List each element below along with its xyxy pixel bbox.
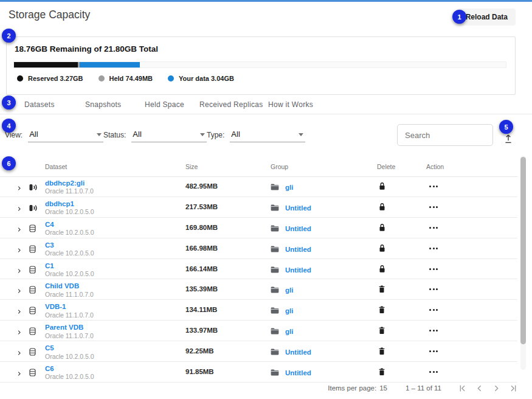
expand-row-button[interactable] <box>16 245 23 252</box>
table-scrollbar-track[interactable] <box>520 156 526 370</box>
row-actions-button[interactable] <box>429 288 438 290</box>
dataset-engine: Oracle 10.2.0.5.0 <box>45 229 94 237</box>
expand-row-button[interactable] <box>16 224 23 232</box>
table-row: dbdhcp2:gli Oracle 11.1.0.7.0 482.95MB g… <box>0 176 517 197</box>
table-scrollbar-thumb[interactable] <box>520 157 526 344</box>
expand-row-button[interactable] <box>16 286 23 293</box>
expand-row-button[interactable] <box>16 183 23 190</box>
row-actions-button[interactable] <box>429 227 438 229</box>
tab-snapshots[interactable]: Snapshots <box>85 100 121 109</box>
row-actions-button[interactable] <box>429 350 438 352</box>
group-link[interactable]: Untitled <box>285 204 311 212</box>
dsource-icon <box>29 182 38 193</box>
status-filter-value: All <box>133 130 141 139</box>
annotation-badge-4: 4 <box>2 119 16 133</box>
group-link[interactable]: Untitled <box>285 266 311 274</box>
next-page-button[interactable] <box>491 383 502 394</box>
expand-row-button[interactable] <box>16 204 23 211</box>
column-header-delete: Delete <box>377 163 395 170</box>
dataset-link[interactable]: C5 <box>45 344 94 352</box>
delete-button[interactable] <box>376 265 387 276</box>
dataset-link[interactable]: C3 <box>45 241 94 249</box>
table-row: C5 Oracle 10.2.0.5.0 92.25MB Untitled <box>0 341 517 362</box>
expand-row-button[interactable] <box>16 327 23 335</box>
group-link[interactable]: gli <box>285 307 293 314</box>
dataset-link[interactable]: Child VDB <box>45 282 94 290</box>
expand-row-button[interactable] <box>16 348 23 355</box>
search-input[interactable] <box>398 125 492 145</box>
table-row: Parent VDB Oracle 11.1.0.7.0 133.97MB gl… <box>0 321 517 341</box>
export-button[interactable] <box>502 134 514 146</box>
view-filter: View: All <box>5 130 103 142</box>
group-link[interactable]: gli <box>285 184 293 191</box>
trash-icon <box>379 367 385 378</box>
dataset-link[interactable]: dbdhcp1 <box>45 200 94 208</box>
dataset-link[interactable]: VDB-1 <box>45 302 94 311</box>
legend-label: Reserved 3.27GB <box>28 75 83 82</box>
first-page-button[interactable] <box>457 383 468 394</box>
tab-held-space[interactable]: Held Space <box>145 100 184 109</box>
annotation-badge-6: 6 <box>2 156 16 170</box>
row-actions-button[interactable] <box>429 268 438 270</box>
group-link[interactable]: Untitled <box>285 369 311 376</box>
column-header-group: Group <box>271 163 288 170</box>
delete-button[interactable] <box>376 203 387 213</box>
tab-bar: Datasets Snapshots Held Space Received R… <box>0 95 532 114</box>
table-row: C1 Oracle 10.2.0.5.0 166.14MB Untitled <box>0 259 517 280</box>
type-filter-label: Type: <box>207 131 224 142</box>
dataset-size: 169.80MB <box>185 224 218 231</box>
tab-received-replicas[interactable]: Received Replicas <box>199 100 263 109</box>
table-pagination: Items per page: 15 1 – 11 of 11 <box>0 379 519 397</box>
table-header: Dataset Size Group Delete Action <box>0 155 517 177</box>
page-range-label: 1 – 11 of 11 <box>406 384 441 392</box>
dsource-icon <box>29 203 38 214</box>
dataset-link[interactable]: C1 <box>45 262 94 270</box>
dataset-link[interactable]: C6 <box>45 364 94 373</box>
group-link[interactable]: Untitled <box>285 225 311 232</box>
row-actions-button[interactable] <box>429 330 438 331</box>
delete-button[interactable] <box>376 223 387 234</box>
legend-label: Your data 3.04GB <box>179 75 234 82</box>
view-filter-select[interactable]: All <box>28 130 103 142</box>
status-filter: Status: All <box>103 130 207 142</box>
group-link[interactable]: Untitled <box>285 246 311 253</box>
held-dot-icon <box>98 75 105 82</box>
tab-how-it-works[interactable]: How it Works <box>268 100 313 109</box>
annotation-badge-3: 3 <box>2 95 16 109</box>
dataset-link[interactable]: Parent VDB <box>45 323 94 331</box>
row-actions-button[interactable] <box>429 248 438 249</box>
row-actions-button[interactable] <box>429 371 438 373</box>
last-page-button[interactable] <box>508 383 519 394</box>
trash-icon <box>379 347 385 358</box>
delete-button[interactable] <box>376 305 387 316</box>
delete-button[interactable] <box>376 347 387 358</box>
delete-button[interactable] <box>376 244 387 255</box>
status-filter-select[interactable]: All <box>131 130 207 142</box>
group-link[interactable]: gli <box>285 286 293 294</box>
delete-button[interactable] <box>376 285 387 296</box>
dataset-engine: Oracle 10.2.0.5.0 <box>45 353 94 361</box>
delete-button[interactable] <box>376 367 387 378</box>
type-filter-select[interactable]: All <box>230 130 305 142</box>
expand-row-button[interactable] <box>16 307 23 314</box>
capacity-summary-text: 18.76GB Remaining of 21.80GB Total <box>15 44 158 54</box>
table-row: Child VDB Oracle 11.1.0.7.0 135.39MB gli <box>0 279 517 300</box>
expand-row-button[interactable] <box>16 266 23 273</box>
vdb-icon <box>29 285 36 296</box>
delete-button[interactable] <box>376 326 387 337</box>
previous-page-button[interactable] <box>474 383 485 394</box>
dataset-link[interactable]: C4 <box>45 220 94 229</box>
vdb-icon <box>29 265 36 276</box>
row-actions-button[interactable] <box>429 309 438 311</box>
tab-datasets[interactable]: Datasets <box>24 100 55 109</box>
row-actions-button[interactable] <box>429 186 438 187</box>
items-per-page[interactable]: Items per page: 15 <box>328 384 387 392</box>
dataset-link[interactable]: dbdhcp2:gli <box>45 179 94 187</box>
group-link[interactable]: Untitled <box>285 349 311 356</box>
delete-button[interactable] <box>376 182 387 193</box>
group-link[interactable]: gli <box>285 328 293 335</box>
row-actions-button[interactable] <box>429 206 438 208</box>
trash-icon <box>379 305 385 316</box>
table-row: VDB-1 Oracle 11.1.0.7.0 134.11MB gli <box>0 300 517 321</box>
expand-row-button[interactable] <box>16 369 23 376</box>
